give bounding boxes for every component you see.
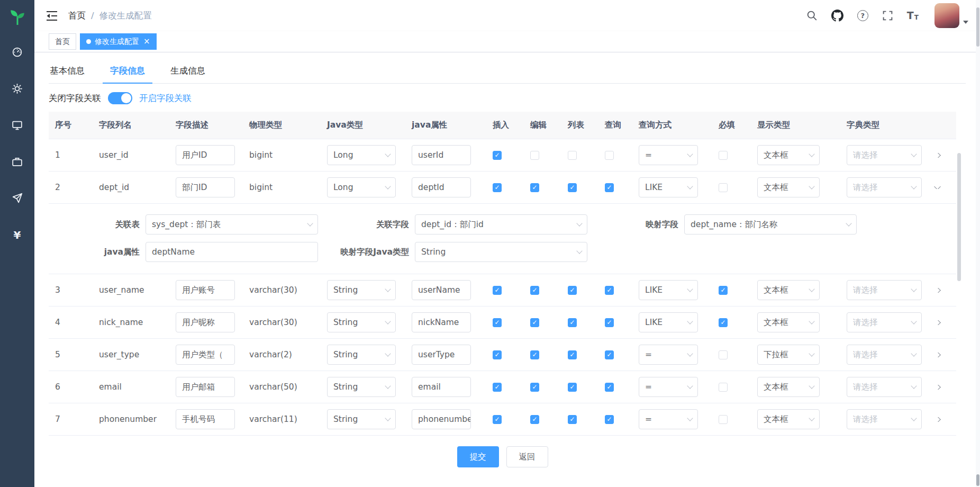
- display-type-select[interactable]: 文本框: [757, 377, 820, 397]
- required-checkbox[interactable]: [719, 151, 728, 160]
- java-attribute-input[interactable]: userName: [412, 280, 471, 300]
- expand-row-icon[interactable]: [934, 320, 941, 325]
- java-attribute-input[interactable]: phonenumber: [412, 409, 471, 429]
- page-scrollbar-thumb-bottom[interactable]: [976, 474, 979, 486]
- relation-table-select[interactable]: sys_dept：部门表: [146, 214, 318, 235]
- sidebar-item-pay[interactable]: ¥: [0, 217, 34, 253]
- dict-type-select[interactable]: 请选择: [847, 280, 922, 300]
- display-type-select[interactable]: 下拉框: [757, 345, 820, 365]
- java-type-select[interactable]: String: [327, 280, 396, 300]
- required-checkbox[interactable]: ✓: [719, 318, 728, 327]
- sidebar-item-dashboard[interactable]: [0, 34, 34, 70]
- insert-checkbox[interactable]: ✓: [493, 318, 502, 327]
- java-attribute-input[interactable]: userId: [412, 145, 471, 165]
- dict-type-select[interactable]: 请选择: [847, 377, 922, 397]
- query-method-select[interactable]: LIKE: [639, 177, 698, 197]
- display-type-select[interactable]: 文本框: [757, 280, 820, 300]
- edit-checkbox[interactable]: ✓: [530, 350, 539, 359]
- expand-row-icon[interactable]: [934, 353, 941, 357]
- sidebar-item-system[interactable]: [0, 70, 34, 107]
- expand-row-icon[interactable]: [934, 153, 941, 158]
- tab-basic-info[interactable]: 基本信息: [49, 59, 97, 83]
- display-type-select[interactable]: 文本框: [757, 409, 820, 429]
- required-checkbox[interactable]: [719, 183, 728, 192]
- dict-type-select[interactable]: 请选择: [847, 177, 922, 197]
- java-type-select[interactable]: String: [327, 312, 396, 332]
- github-button[interactable]: [831, 10, 843, 22]
- field-relation-switch[interactable]: [108, 92, 132, 104]
- java-type-select[interactable]: Long: [327, 177, 396, 197]
- expand-row-icon[interactable]: [934, 385, 941, 390]
- query-checkbox[interactable]: ✓: [605, 286, 614, 295]
- query-checkbox[interactable]: ✓: [605, 415, 614, 424]
- query-method-select[interactable]: =: [639, 145, 698, 165]
- back-button[interactable]: 返回: [506, 446, 548, 467]
- list-checkbox[interactable]: ✓: [568, 286, 577, 295]
- display-type-select[interactable]: 文本框: [757, 145, 820, 165]
- close-tag-icon[interactable]: ×: [143, 38, 150, 46]
- java-attribute-input[interactable]: userType: [412, 345, 471, 365]
- breadcrumb-home[interactable]: 首页: [68, 10, 86, 22]
- display-type-select[interactable]: 文本框: [757, 312, 820, 332]
- insert-checkbox[interactable]: ✓: [493, 151, 502, 160]
- java-type-select[interactable]: String: [327, 345, 396, 365]
- dict-type-select[interactable]: 请选择: [847, 145, 922, 165]
- expand-row-icon[interactable]: [934, 288, 941, 293]
- submit-button[interactable]: 提交: [457, 446, 499, 467]
- insert-checkbox[interactable]: ✓: [493, 183, 502, 192]
- query-checkbox[interactable]: ✓: [605, 318, 614, 327]
- relation-on-label[interactable]: 开启字段关联: [139, 93, 192, 104]
- field-description-input[interactable]: 用户类型（: [176, 345, 235, 365]
- tag-home[interactable]: 首页: [49, 33, 76, 50]
- dict-type-select[interactable]: 请选择: [847, 409, 922, 429]
- insert-checkbox[interactable]: ✓: [493, 286, 502, 295]
- tab-field-info[interactable]: 字段信息: [97, 59, 158, 83]
- query-checkbox[interactable]: ✓: [605, 350, 614, 359]
- sidebar-item-monitor[interactable]: [0, 107, 34, 143]
- help-button[interactable]: ?: [857, 10, 868, 21]
- field-description-input[interactable]: 手机号码: [176, 409, 235, 429]
- query-checkbox[interactable]: ✓: [605, 383, 614, 392]
- dict-type-select[interactable]: 请选择: [847, 345, 922, 365]
- java-type-select[interactable]: String: [327, 409, 396, 429]
- java-type-select[interactable]: Long: [327, 145, 396, 165]
- user-menu[interactable]: [934, 3, 968, 28]
- insert-checkbox[interactable]: ✓: [493, 350, 502, 359]
- query-method-select[interactable]: =: [639, 409, 698, 429]
- query-method-select[interactable]: LIKE: [639, 280, 698, 300]
- query-method-select[interactable]: LIKE: [639, 312, 698, 332]
- field-description-input[interactable]: 用户邮箱: [176, 377, 235, 397]
- tab-generate-info[interactable]: 生成信息: [158, 59, 218, 83]
- tag-active-page[interactable]: 修改生成配置 ×: [80, 33, 157, 50]
- relation-field-select[interactable]: dept_id：部门id: [415, 214, 587, 235]
- required-checkbox[interactable]: [719, 350, 728, 359]
- java-type-select[interactable]: String: [327, 377, 396, 397]
- font-size-button[interactable]: TT: [907, 11, 919, 21]
- list-checkbox[interactable]: ✓: [568, 383, 577, 392]
- avatar[interactable]: [934, 3, 959, 28]
- edit-checkbox[interactable]: ✓: [530, 183, 539, 192]
- query-method-select[interactable]: =: [639, 345, 698, 365]
- field-description-input[interactable]: 用户账号: [176, 280, 235, 300]
- list-checkbox[interactable]: ✓: [568, 350, 577, 359]
- java-attribute-input[interactable]: deptId: [412, 177, 471, 197]
- required-checkbox[interactable]: ✓: [719, 286, 728, 295]
- field-description-input[interactable]: 部门ID: [176, 177, 235, 197]
- required-checkbox[interactable]: [719, 415, 728, 424]
- edit-checkbox[interactable]: ✓: [530, 415, 539, 424]
- mapping-java-type-select[interactable]: String: [415, 242, 587, 262]
- page-scrollbar-thumb[interactable]: [976, 7, 979, 47]
- fullscreen-button[interactable]: [882, 10, 893, 21]
- expand-row-icon[interactable]: [934, 417, 941, 422]
- edit-checkbox[interactable]: [530, 151, 539, 160]
- sidebar-item-guide[interactable]: [0, 180, 34, 217]
- edit-checkbox[interactable]: ✓: [530, 318, 539, 327]
- app-logo[interactable]: [8, 0, 27, 34]
- query-checkbox[interactable]: ✓: [605, 183, 614, 192]
- java-attribute-input[interactable]: nickName: [412, 312, 471, 332]
- insert-checkbox[interactable]: ✓: [493, 383, 502, 392]
- query-checkbox[interactable]: [605, 151, 614, 160]
- edit-checkbox[interactable]: ✓: [530, 383, 539, 392]
- search-button[interactable]: [806, 10, 818, 21]
- display-type-select[interactable]: 文本框: [757, 177, 820, 197]
